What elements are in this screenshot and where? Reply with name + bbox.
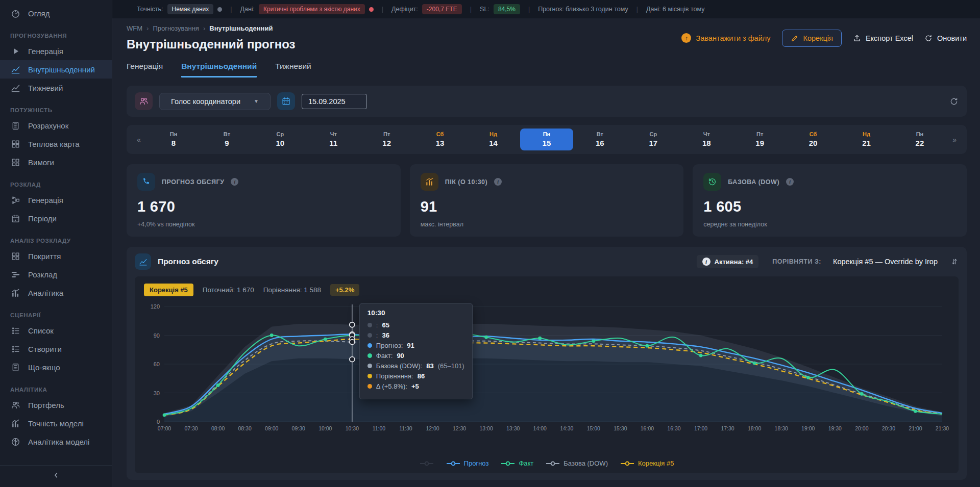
корекція-button[interactable]: Корекція (782, 30, 842, 47)
day-cell-16[interactable]: Вт16 (573, 129, 626, 150)
sidebar-item-аналітика[interactable]: Аналітика (0, 284, 112, 302)
queue-select[interactable]: Голос координатори ▼ (159, 93, 271, 110)
day-cell-22[interactable]: Пн22 (893, 129, 946, 150)
sidebar-section-title: АНАЛІЗ РОЗКЛАДУ (0, 227, 112, 247)
day-cell-13[interactable]: Сб13 (413, 129, 467, 150)
chevron-down-icon: ▼ (254, 98, 259, 104)
day-cell-14[interactable]: Нд14 (467, 129, 520, 150)
day-cell-21[interactable]: Нд21 (840, 129, 893, 150)
day-cell-17[interactable]: Ср17 (627, 129, 680, 150)
tab-тижневий[interactable]: Тижневий (275, 62, 311, 78)
day-of-week: Пн (520, 131, 573, 137)
svg-text:90: 90 (154, 332, 160, 339)
day-number: 16 (573, 139, 626, 147)
gantt-icon (10, 269, 20, 279)
експорт-excel-button[interactable]: Експорт Excel (853, 34, 913, 42)
upload-circle-icon: ↑ (681, 33, 691, 43)
compare-select[interactable]: Корекція #5 — Override by Irop (833, 258, 938, 266)
sidebar-item-огляд[interactable]: Огляд (0, 4, 112, 22)
status-dot-icon (217, 7, 222, 12)
day-number: 12 (360, 139, 413, 147)
day-cell-19[interactable]: Пт19 (733, 129, 786, 150)
series-dot-icon (368, 374, 372, 378)
grid-icon (10, 139, 20, 149)
day-cell-12[interactable]: Пт12 (360, 129, 413, 150)
tab-генерація[interactable]: Генерація (127, 62, 163, 78)
sidebar-item-тижневий[interactable]: Тижневий (0, 79, 112, 97)
sidebar-item-розрахунок[interactable]: Розрахунок (0, 116, 112, 135)
peak-icon (421, 173, 438, 191)
sort-icon[interactable] (950, 258, 959, 266)
legend-item-факт[interactable]: Факт (501, 459, 533, 467)
day-cell-18[interactable]: Чт18 (680, 129, 733, 150)
legend-item-базова-dow-[interactable]: Базова (DOW) (546, 459, 608, 467)
sidebar-item-що-якщо[interactable]: Що-якщо (0, 358, 112, 376)
day-cell-10[interactable]: Ср10 (254, 129, 307, 150)
tab-внутрішньоденний[interactable]: Внутрішньоденний (181, 62, 257, 78)
refresh-icon (924, 34, 933, 42)
sidebar-item-генерація[interactable]: Генерація (0, 191, 112, 209)
day-number: 14 (467, 139, 520, 147)
завантажити-з-файлу-button[interactable]: ↑Завантажити з файлу (681, 33, 770, 43)
legend-item[interactable] (420, 461, 434, 466)
info-icon[interactable]: i (786, 178, 794, 186)
sidebar-item-розклад[interactable]: Розклад (0, 265, 112, 284)
sidebar-item-створити[interactable]: Створити (0, 340, 112, 358)
sidebar-item-покриття[interactable]: Покриття (0, 247, 112, 265)
date-input[interactable] (302, 94, 367, 109)
correction-badge: Корекція #5 (144, 284, 193, 296)
info-icon[interactable]: i (231, 178, 238, 186)
day-cell-9[interactable]: Вт9 (200, 129, 253, 150)
day-number: 8 (147, 139, 200, 147)
sidebar-item-список[interactable]: Список (0, 321, 112, 340)
info-icon[interactable]: i (494, 178, 502, 186)
sidebar-item-аналітика-моделі[interactable]: Аналітика моделі (0, 432, 112, 451)
sidebar-item-теплова-карта[interactable]: Теплова карта (0, 135, 112, 153)
sidebar-item-внутрішньоденний[interactable]: Внутрішньоденний (0, 60, 112, 79)
sidebar-item-періоди[interactable]: Періоди (0, 209, 112, 227)
stat-value: 1 605 (703, 198, 956, 215)
status-badge: -200,7 FTE (422, 4, 462, 14)
sidebar-item-label: Що-якщо (28, 363, 60, 372)
svg-text:18:30: 18:30 (775, 425, 788, 431)
breadcrumb-item[interactable]: WFM (127, 24, 142, 32)
prev-week-button[interactable]: « (131, 136, 147, 144)
status-item: SL:84,5% (480, 4, 520, 14)
next-week-button[interactable]: » (946, 136, 963, 144)
оновити-button[interactable]: Оновити (924, 34, 967, 42)
tooltip-row: Порівняння:86 (368, 372, 464, 380)
chart-plot-area[interactable]: 030609012007:0007:3008:0008:3009:0009:30… (141, 301, 952, 457)
day-cell-8[interactable]: Пн8 (147, 129, 200, 150)
tooltip-row: Базова (DOW):83(65–101) (368, 362, 464, 370)
days-row: Пн8Вт9Ср10Чт11Пт12Сб13Нд14Пн15Вт16Ср17Чт… (147, 129, 946, 150)
list-icon (10, 325, 20, 336)
legend-item-прогноз[interactable]: Прогноз (446, 459, 489, 467)
sidebar-item-точність-моделі[interactable]: Точність моделі (0, 414, 112, 432)
sidebar-item-генерація[interactable]: Генерація (0, 42, 112, 60)
forecast-chart[interactable]: 030609012007:0007:3008:0008:3009:0009:30… (141, 301, 950, 435)
day-of-week: Пт (360, 131, 413, 137)
legend-marker-icon (420, 461, 434, 466)
svg-text:60: 60 (154, 361, 160, 367)
series-dot-icon (368, 364, 372, 368)
day-cell-11[interactable]: Чт11 (307, 129, 360, 150)
day-cell-20[interactable]: Сб20 (787, 129, 840, 150)
sidebar-section-title: АНАЛІТИКА (0, 376, 112, 396)
chart-tooltip: 10:30 :65:36Прогноз:91Факт:90Базова (DOW… (359, 303, 473, 399)
sidebar-item-портфель[interactable]: Портфель (0, 396, 112, 414)
day-of-week: Сб (787, 131, 840, 137)
day-cell-15[interactable]: Пн15 (520, 129, 573, 150)
breadcrumb-item[interactable]: Прогнозування (153, 24, 199, 32)
day-of-week: Ср (627, 131, 680, 137)
sidebar-item-вимоги[interactable]: Вимоги (0, 153, 112, 171)
sidebar-collapse-button[interactable] (0, 465, 112, 487)
svg-text:17:00: 17:00 (694, 425, 707, 431)
legend-item-корекція-#5[interactable]: Корекція #5 (620, 459, 674, 467)
sidebar-item-label: Розрахунок (28, 121, 68, 130)
status-item: Прогноз: близько 3 годин тому (538, 6, 628, 13)
calendar-icon (277, 92, 295, 110)
sync-icon[interactable] (949, 97, 959, 106)
sidebar-item-label: Список (28, 326, 54, 335)
day-number: 22 (893, 139, 946, 147)
sidebar-item-label: Точність моделі (28, 419, 84, 428)
